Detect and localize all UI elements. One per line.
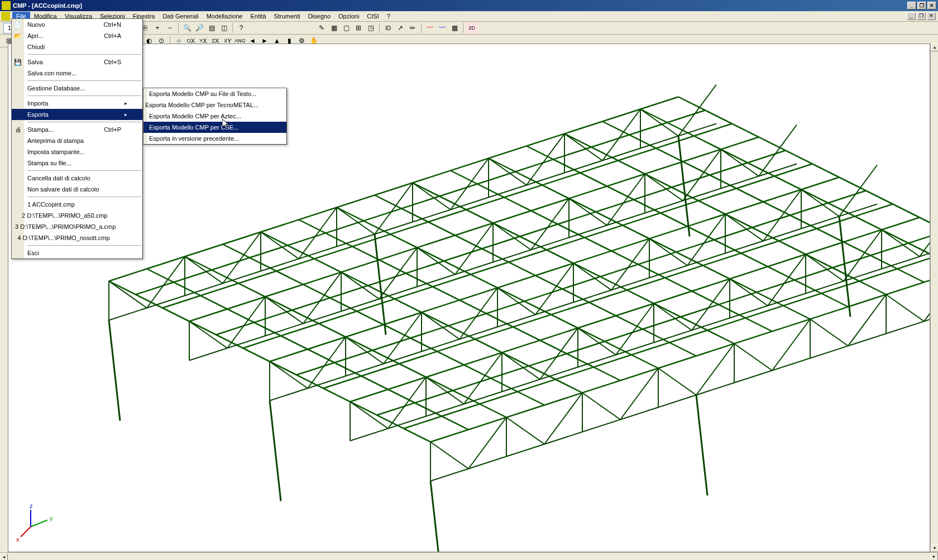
pencil-icon[interactable]: ✎ — [316, 22, 327, 33]
minimize-button[interactable]: _ — [907, 2, 916, 9]
svg-line-142 — [654, 304, 692, 331]
file-menu-item[interactable]: Cancella dati di calcolo — [12, 173, 142, 184]
svg-line-166 — [582, 393, 620, 420]
mdi-close[interactable]: ✕ — [927, 12, 936, 20]
svg-line-138 — [578, 328, 616, 355]
file-menu-item[interactable]: Salva con nome... — [12, 68, 142, 79]
2d-icon[interactable]: 2D — [466, 22, 477, 33]
svg-line-111 — [611, 239, 649, 290]
scroll-up-icon[interactable]: ▴ — [931, 44, 938, 51]
zoom-out-icon[interactable]: 🔎 — [194, 22, 205, 33]
tool-icon[interactable]: ◫ — [218, 22, 229, 33]
menu-cisi[interactable]: CISI — [363, 12, 382, 21]
arrow-icon[interactable]: ↗ — [395, 22, 406, 33]
file-menu-item[interactable]: Imposta stampante... — [12, 146, 142, 157]
help-icon[interactable]: ? — [236, 22, 247, 33]
file-menu-item[interactable]: 2 D:\TEMP\...\PRIMO_a50.cmp — [12, 210, 142, 221]
export-menu-item[interactable]: Esporta Modello CMP per Aztec... — [143, 111, 286, 122]
file-dropdown: 📄NuovoCtrl+N📂Apri...Ctrl+AChiudi💾SalvaCt… — [11, 18, 143, 259]
file-menu-item[interactable]: Stampa su file... — [12, 157, 142, 169]
export-submenu: Esporta Modello CMP su File di Testo...E… — [143, 88, 287, 145]
file-menu-item[interactable]: 3 D:\TEMP\...\PRIMO\PRIMO_a.cmp — [12, 221, 142, 232]
svg-line-162 — [506, 418, 544, 444]
svg-line-67 — [303, 272, 341, 324]
menu-disegno[interactable]: Disegno — [304, 12, 334, 21]
svg-line-123 — [839, 165, 877, 217]
menu-modellazione[interactable]: Modellazione — [203, 12, 247, 21]
menu-dati-generali[interactable]: Dati Generali — [159, 12, 202, 21]
svg-line-118 — [725, 214, 763, 241]
svg-line-179 — [848, 295, 886, 346]
tool-icon[interactable]: ◳ — [365, 22, 376, 33]
svg-line-110 — [573, 264, 611, 290]
file-menu-item[interactable]: Esci — [12, 247, 142, 259]
file-menu-item[interactable]: 1 ACCcopint.cmp — [12, 199, 142, 210]
svg-line-135 — [540, 328, 578, 380]
tool-icon[interactable]: ⊞ — [353, 22, 364, 33]
close-button[interactable]: ✕ — [927, 2, 936, 9]
file-menu-item[interactable]: Importa▸ — [12, 98, 142, 109]
scroll-down-icon[interactable]: ▾ — [931, 544, 938, 552]
tool-icon[interactable]: ▦ — [328, 22, 339, 33]
file-menu-item[interactable]: Gestione Database... — [12, 83, 142, 94]
zoom-in-icon[interactable]: 🔍 — [181, 22, 193, 33]
svg-line-131 — [464, 353, 502, 404]
svg-line-66 — [265, 297, 303, 324]
svg-line-79 — [531, 199, 569, 250]
svg-line-158 — [430, 442, 468, 469]
mdi-minimize[interactable]: _ — [907, 12, 916, 20]
svg-line-46 — [413, 183, 451, 210]
wave-icon[interactable]: 〰 — [424, 22, 436, 33]
menu-entita[interactable]: Entità — [246, 12, 270, 21]
svg-line-34 — [185, 257, 223, 284]
svg-line-55 — [602, 109, 640, 161]
file-menu-item[interactable]: Esporta▸ — [12, 109, 142, 120]
menu-strumenti[interactable]: Strumenti — [270, 12, 304, 21]
file-menu-item[interactable]: 💾SalvaCtrl+S — [12, 56, 142, 68]
export-menu-item[interactable]: Esporta Modello CMP su File di Testo... — [143, 88, 286, 99]
svg-line-86 — [645, 174, 683, 201]
vertical-scrollbar[interactable]: ▴ ▾ — [930, 44, 938, 552]
svg-line-5 — [243, 164, 812, 348]
svg-line-83 — [607, 174, 645, 226]
svg-line-163 — [544, 393, 582, 444]
svg-line-31 — [147, 257, 185, 308]
restore-button[interactable]: ❐ — [917, 2, 926, 9]
export-menu-item[interactable]: Esporta Modello CMP per TecnoMETAL... — [143, 99, 286, 111]
svg-line-134 — [502, 353, 540, 380]
file-menu-item[interactable]: Anteprima di stampa — [12, 135, 142, 146]
export-menu-item[interactable]: Esporta in versione precedente... — [143, 133, 286, 144]
svg-line-102 — [422, 313, 460, 339]
file-menu-item[interactable]: 📄NuovoCtrl+N — [12, 19, 142, 30]
svg-line-14 — [147, 269, 468, 430]
grid-icon[interactable]: ▦ — [449, 22, 460, 33]
file-menu-item[interactable]: 📂Apri...Ctrl+A — [12, 30, 142, 41]
tool-icon[interactable]: ▢ — [341, 22, 352, 33]
scroll-left-icon[interactable]: ◂ — [0, 553, 8, 560]
svg-line-59 — [678, 85, 716, 136]
minus-icon[interactable]: − — [164, 22, 175, 33]
window-buttons: _ ❐ ✕ — [907, 2, 936, 9]
wave-icon[interactable]: 〰 — [437, 22, 448, 33]
file-menu-item[interactable]: Non salvare dati di calcolo — [12, 184, 142, 195]
file-menu-item[interactable]: 4 D:\TEMP\...\PRIMO_nosott.cmp — [12, 232, 142, 243]
export-menu-item[interactable]: Esporta Modello CMP per CSE... — [143, 122, 286, 133]
layers-icon[interactable]: ▤ — [206, 22, 217, 33]
svg-line-54 — [564, 134, 602, 161]
svg-line-6 — [270, 178, 839, 362]
svg-line-30 — [109, 281, 147, 308]
scroll-right-icon[interactable]: ▸ — [930, 553, 938, 560]
menu-help[interactable]: ? — [383, 12, 394, 21]
file-menu-item[interactable]: 🖨Stampa...Ctrl+P — [12, 124, 142, 135]
svg-line-39 — [299, 208, 337, 259]
mdi-restore[interactable]: ❐ — [917, 12, 926, 20]
menu-opzioni[interactable]: Opzioni — [334, 12, 363, 21]
id-icon[interactable]: ID — [382, 22, 394, 33]
svg-line-147 — [768, 255, 806, 306]
horizontal-scrollbar[interactable]: ◂ ▸ — [0, 552, 938, 560]
svg-line-143 — [692, 279, 730, 331]
plus-icon[interactable]: + — [152, 22, 163, 33]
file-menu-item[interactable]: Chiudi — [12, 41, 142, 52]
highlight-icon[interactable]: ✏ — [407, 22, 418, 33]
svg-line-50 — [489, 159, 527, 185]
